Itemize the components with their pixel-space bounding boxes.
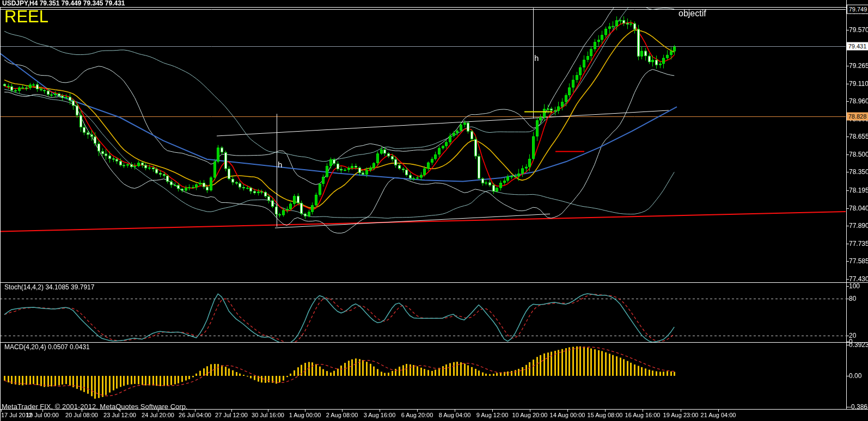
window-left-border [0,7,1,421]
time-axis-label: 27 Jul 12:00 [215,412,248,418]
macd-axis-label: -0.3863 [849,403,868,411]
title-separator [0,7,868,8]
price-axis-marker-outline: 79.749 [847,4,868,14]
copyright-text: MetaTrader FIX, © 2001-2012, MetaQuotes … [2,403,187,411]
price-axis-label: 79.265 [849,62,868,70]
price-axis-label: 78.960 [849,97,868,105]
price-axis-label: 78.040 [849,205,868,212]
time-axis-label: 21 Aug 04:00 [701,412,736,418]
time-axis-label: 2 Aug 08:00 [326,412,358,418]
time-axis-label: 20 Jul 08:00 [65,412,98,418]
time-axis-label: 6 Aug 20:00 [401,412,433,418]
stoch-axis-label: 80 [849,295,856,302]
time-axis-label: 30 Jul 16:00 [252,412,284,418]
stoch-axis-label: 100 [849,282,860,290]
macd-axis-label: 0.00 [849,372,861,380]
measure-label-1[interactable]: h [278,160,282,169]
stoch-panel-separator [0,282,868,283]
time-axis-label: 14 Aug 00:00 [550,412,585,418]
price-axis-label: 77.585 [849,257,868,265]
price-axis-label: 77.430 [849,275,868,283]
time-axis-label: 9 Aug 12:00 [476,412,509,418]
price-axis-separator [846,0,847,409]
time-axis-label: 19 Jul 00:00 [26,412,59,418]
time-axis-label: 15 Aug 08:00 [588,412,623,418]
watermark-text: REEL [4,8,48,26]
time-axis-label: 24 Jul 20:00 [142,412,174,418]
time-axis-label: 10 Aug 20:00 [512,412,548,418]
price-axis-label: 79.570 [849,26,868,34]
price-axis-label: 78.350 [849,168,868,176]
time-axis-label: 23 Jul 12:00 [103,412,136,418]
chart-title-ohlc: USDJPY,H4 79.351 79.449 79.345 79.431 [2,0,125,7]
price-axis-marker-current: 79.431 [847,42,868,51]
macd-indicator-label: MACD(4,20,4) 0.0507 0.0431 [4,343,90,351]
measure-label-2[interactable]: h [534,53,539,63]
price-axis-label: 79.110 [849,80,868,88]
price-axis-label: 78.195 [849,187,868,194]
stoch-indicator-label: Stoch(14,4,2) 34.1085 39.7917 [4,283,94,291]
mt4-chart-window: USDJPY,H4 79.351 79.449 79.345 79.431 RE… [0,0,868,421]
objective-annotation[interactable]: objectif [678,9,706,18]
time-axis-label: 26 Jul 04:00 [179,412,211,418]
time-axis-label: 8 Aug 04:00 [439,412,471,418]
price-axis-label: 78.655 [849,133,868,140]
price-chart-canvas[interactable] [0,0,868,421]
price-axis-label: 77.735 [849,240,868,247]
time-axis-label: 19 Aug 23:00 [663,412,699,418]
macd-panel-separator [0,342,868,343]
time-axis-label: 3 Aug 16:00 [364,412,396,418]
price-axis-label: 77.890 [849,222,868,230]
price-axis-marker-orange: 78.828 [847,113,868,121]
time-axis-label: 1 Aug 00:00 [289,412,321,418]
time-axis-label: 16 Aug 16:00 [625,412,661,418]
macd-axis-label: 0.3923 [849,341,868,349]
price-axis-label: 78.500 [849,151,868,158]
